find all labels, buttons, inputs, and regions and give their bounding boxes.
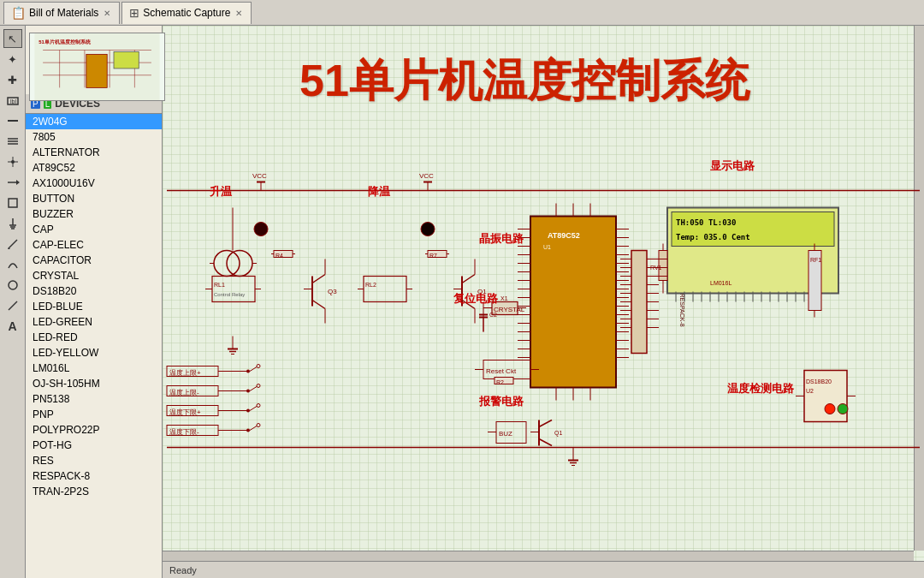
device-item-DS18B20[interactable]: DS18B20 (26, 283, 162, 299)
tool-add[interactable]: ✚ (3, 70, 22, 89)
tool-circle[interactable] (3, 276, 22, 295)
device-item-AX1000U16V[interactable]: AX1000U16V (26, 176, 162, 191)
tool-arc[interactable] (3, 255, 22, 274)
main-container: ↖ ✦ ✚ lbl (0, 26, 924, 578)
tool-pencil[interactable] (3, 235, 22, 253)
device-item-7805[interactable]: 7805 (26, 129, 162, 145)
svg-marker-10 (16, 180, 20, 185)
tool-power[interactable] (3, 214, 22, 233)
svg-text:Q1: Q1 (554, 430, 562, 437)
label-temp-detect: 温度检测电路 (727, 381, 794, 396)
device-item-LM016L[interactable]: LM016L (26, 361, 162, 376)
tab-schematic-close[interactable]: ✕ (234, 8, 244, 19)
rf1-component: RF1 (808, 244, 821, 318)
svg-rect-29 (86, 54, 107, 87)
svg-line-187 (539, 420, 552, 427)
svg-text:TH:050  TL:030: TH:050 TL:030 (676, 218, 736, 227)
svg-point-217 (257, 424, 260, 427)
tool-line[interactable] (3, 296, 22, 315)
tool-junction[interactable] (3, 152, 22, 171)
tab-bom-close[interactable]: ✕ (102, 8, 112, 19)
tab-schematic-label: Schematic Capture (143, 7, 230, 19)
label-display-circuit: 显示电路 (710, 158, 755, 174)
tool-wire[interactable] (3, 111, 22, 130)
device-item-PNP[interactable]: PNP (26, 407, 162, 422)
transistor-q1-left: Q3 (304, 259, 337, 324)
device-item-CRYSTAL[interactable]: CRYSTAL (26, 268, 162, 283)
bom-icon: 📋 (11, 6, 26, 20)
svg-text:RL2: RL2 (365, 282, 376, 288)
left-toolbar: ↖ ✦ ✚ lbl (0, 26, 26, 578)
svg-text:U1: U1 (543, 244, 551, 250)
svg-text:Q3: Q3 (328, 288, 337, 295)
device-item-TRAN-2P2S[interactable]: TRAN-2P2S (26, 484, 162, 499)
tool-bus[interactable] (3, 132, 22, 151)
side-panel: 51单片机温度控制系统 P L DE (26, 26, 163, 578)
relay-rl2: RL2 (358, 277, 412, 302)
tool-component[interactable] (3, 194, 22, 212)
device-item-ALTERNATOR[interactable]: ALTERNATOR (26, 145, 162, 160)
device-item-CAP[interactable]: CAP (26, 222, 162, 237)
device-item-BUTTON[interactable]: BUTTON (26, 191, 162, 206)
device-item-OJ-SH-105HM[interactable]: OJ-SH-105HM (26, 376, 162, 391)
tool-text[interactable]: A (3, 317, 22, 336)
device-item-CAP-ELEC[interactable]: CAP-ELEC (26, 237, 162, 253)
resistor-r7: R7 (425, 251, 449, 259)
device-item-POLYPRO22P[interactable]: POLYPRO22P (26, 422, 162, 438)
tab-bar: 📋 Bill of Materials ✕ ⊞ Schematic Captur… (0, 0, 924, 26)
svg-text:DS18B20: DS18B20 (806, 378, 832, 384)
tab-schematic[interactable]: ⊞ Schematic Capture ✕ (121, 2, 252, 24)
svg-line-212 (250, 407, 257, 411)
label-alarm-circuit: 报警电路 (479, 394, 524, 409)
svg-text:温度下限-: 温度下限- (169, 428, 199, 436)
device-item-AT89C52[interactable]: AT89C52 (26, 160, 162, 176)
schematic-area[interactable]: 51单片机温度控制系统 RL1 Control Relay (163, 26, 924, 578)
device-item-CAPACITOR[interactable]: CAPACITOR (26, 253, 162, 268)
label-up-temp: 升温 (210, 184, 232, 200)
svg-point-59 (254, 223, 268, 236)
temp-upper-minus: 温度上限- (167, 386, 240, 396)
tool-move[interactable]: ✦ (3, 50, 22, 69)
svg-rect-36 (212, 277, 255, 302)
transistor-q-alarm: Q1 (530, 420, 562, 446)
resistor-r2: R2 (495, 378, 513, 385)
svg-text:Reset Ckt: Reset Ckt (486, 367, 517, 375)
label-crystal-circuit: 晶振电路 (479, 231, 524, 247)
svg-text:VCC: VCC (419, 172, 434, 180)
temp-detect-circuit: DS18B20 U2 (796, 371, 856, 422)
svg-text:R2: R2 (496, 379, 504, 385)
svg-point-203 (246, 370, 250, 373)
device-item-RES[interactable]: RES (26, 453, 162, 468)
svg-text:CRYSTAL: CRYSTAL (494, 306, 525, 313)
device-item-PN5138[interactable]: PN5138 (26, 391, 162, 407)
temp-lower-plus: 温度下限+ (167, 406, 240, 416)
device-item-BUZZER[interactable]: BUZZER (26, 206, 162, 222)
svg-point-8 (11, 160, 15, 164)
svg-line-19 (9, 301, 17, 310)
tool-select[interactable]: ↖ (3, 29, 22, 48)
temp-lower-minus: 温度下限- (167, 426, 240, 436)
svg-text:R4: R4 (275, 253, 283, 259)
device-item-LED-GREEN[interactable]: LED-GREEN (26, 314, 162, 330)
svg-text:X1: X1 (500, 295, 508, 301)
svg-point-211 (246, 409, 250, 413)
relay-rl1: RL1 Control Relay (205, 277, 261, 302)
svg-rect-147 (672, 212, 834, 247)
svg-point-18 (9, 281, 17, 289)
device-item-RESPACK-8[interactable]: RESPACK-8 (26, 468, 162, 484)
tool-arrow[interactable] (3, 173, 22, 192)
svg-text:U2: U2 (806, 388, 814, 394)
tab-bom[interactable]: 📋 Bill of Materials ✕ (3, 2, 120, 24)
device-item-POT-HG[interactable]: POT-HG (26, 438, 162, 453)
device-item-LED-YELLOW[interactable]: LED-YELLOW (26, 345, 162, 361)
svg-rect-41 (364, 277, 406, 302)
device-item-LED-BLUE[interactable]: LED-BLUE (26, 299, 162, 314)
device-list: 2W04G 7805 ALTERNATOR AT89C52 AX1000U16V… (26, 114, 162, 578)
device-item-2W04G[interactable]: 2W04G (26, 114, 162, 129)
device-item-LED-RED[interactable]: LED-RED (26, 330, 162, 345)
svg-line-54 (462, 275, 475, 283)
svg-rect-69 (530, 217, 616, 388)
tool-label[interactable]: lbl (3, 91, 22, 110)
resistor-r4: R4 (271, 251, 295, 259)
svg-point-213 (257, 404, 260, 408)
